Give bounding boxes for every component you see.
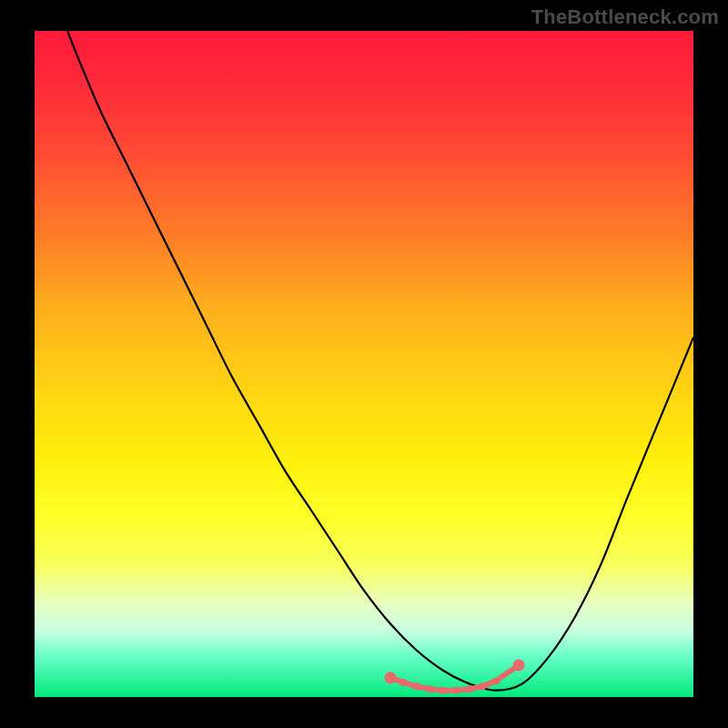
curve-line (67, 31, 693, 691)
chart-frame: TheBottleneck.com (0, 0, 728, 728)
plot-area (35, 31, 693, 697)
watermark-text: TheBottleneck.com (531, 5, 719, 29)
bottleneck-curve-chart (35, 31, 693, 697)
